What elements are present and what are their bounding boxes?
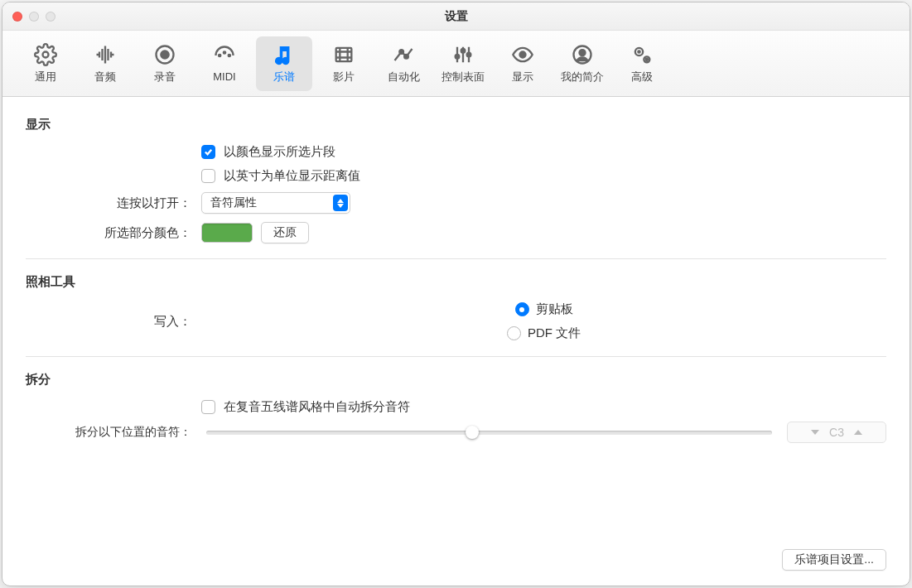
svg-point-16 — [638, 51, 639, 52]
tab-label: 乐谱 — [273, 70, 295, 84]
preferences-window: 设置 通用 音频 录音 MIDI — [2, 2, 910, 586]
tab-label: 高级 — [631, 70, 653, 84]
checkbox-show-distance-inches[interactable]: 以英寸为单位显示距离值 — [201, 168, 886, 184]
split-slider[interactable] — [206, 431, 772, 435]
score-project-settings-button[interactable]: 乐谱项目设置... — [782, 549, 886, 571]
chevron-updown-icon — [333, 195, 348, 211]
slider-thumb[interactable] — [466, 426, 479, 439]
checkbox-label: 以英寸为单位显示距离值 — [224, 168, 360, 184]
svg-point-9 — [456, 55, 460, 59]
section-title-split: 拆分 — [26, 372, 886, 388]
music-notes-icon — [273, 43, 296, 66]
tab-label: 显示 — [512, 70, 533, 84]
svg-point-18 — [646, 58, 648, 60]
radio-pdf[interactable]: PDF 文件 — [507, 325, 581, 341]
chevron-down-icon — [811, 430, 819, 435]
checkbox-box — [201, 400, 215, 414]
tab-control-surfaces[interactable]: 控制表面 — [435, 36, 491, 91]
split-value-stepper[interactable]: C3 — [787, 422, 886, 443]
tab-label: 影片 — [333, 70, 355, 84]
svg-point-3 — [219, 55, 220, 56]
gear-icon — [34, 43, 57, 66]
radio-label: 剪贴板 — [536, 301, 573, 317]
tab-movie[interactable]: 影片 — [316, 36, 372, 91]
window-title: 设置 — [2, 9, 910, 24]
gears-icon — [630, 43, 654, 66]
checkbox-auto-split[interactable]: 在复音五线谱风格中自动拆分音符 — [201, 399, 886, 415]
tab-myinfo[interactable]: 我的简介 — [554, 36, 610, 91]
doubleclick-popup[interactable]: 音符属性 — [201, 192, 350, 214]
svg-point-11 — [467, 52, 471, 56]
tab-general[interactable]: 通用 — [17, 36, 74, 91]
titlebar: 设置 — [2, 2, 910, 31]
svg-point-0 — [43, 51, 49, 57]
svg-point-14 — [580, 50, 586, 55]
checkbox-label: 以颜色显示所选片段 — [224, 144, 335, 160]
waveform-icon — [94, 43, 117, 66]
svg-point-8 — [404, 55, 408, 59]
content-area: 显示 以颜色显示所选片段 以英寸为单位显示距离值 连按以打开： 音符属性 — [2, 97, 910, 586]
tab-display[interactable]: 显示 — [495, 36, 551, 91]
checkbox-color-selected-parts[interactable]: 以颜色显示所选片段 — [201, 144, 886, 160]
chevron-up-icon — [854, 430, 862, 435]
svg-point-10 — [461, 49, 466, 53]
midi-icon — [213, 44, 236, 67]
reset-color-button[interactable]: 还原 — [261, 222, 309, 243]
radio-clipboard[interactable]: 剪贴板 — [515, 301, 573, 317]
tab-label: MIDI — [213, 70, 235, 83]
svg-point-2 — [161, 51, 168, 58]
tab-label: 控制表面 — [442, 70, 485, 84]
tab-label: 自动化 — [388, 70, 420, 84]
svg-point-5 — [229, 55, 230, 56]
checkbox-label: 在复音五线谱风格中自动拆分音符 — [224, 399, 410, 415]
selection-color-label: 所选部分颜色： — [26, 225, 191, 241]
record-icon — [153, 43, 176, 66]
section-title-display: 显示 — [26, 117, 886, 133]
svg-point-7 — [399, 50, 403, 54]
tab-midi[interactable]: MIDI — [196, 36, 253, 91]
tab-audio[interactable]: 音频 — [77, 36, 133, 91]
tab-label: 音频 — [94, 70, 116, 84]
svg-point-12 — [520, 51, 526, 57]
radio-dot — [507, 326, 521, 340]
divider — [26, 356, 886, 357]
tab-advanced[interactable]: 高级 — [614, 36, 670, 91]
radio-dot — [515, 302, 529, 316]
divider — [26, 258, 886, 259]
automation-icon — [392, 43, 415, 66]
tab-record[interactable]: 录音 — [137, 36, 193, 91]
section-title-camera: 照相工具 — [26, 274, 886, 290]
filmstrip-icon — [332, 43, 355, 66]
svg-point-4 — [224, 51, 225, 53]
tab-label: 我的简介 — [561, 70, 604, 84]
tab-label: 通用 — [35, 70, 56, 84]
sliders-icon — [451, 43, 475, 66]
eye-icon — [511, 43, 534, 66]
tab-score[interactable]: 乐谱 — [256, 36, 312, 91]
checkbox-box — [201, 145, 215, 159]
doubleclick-label: 连按以打开： — [26, 195, 191, 211]
checkbox-box — [201, 169, 215, 183]
selection-color-swatch[interactable] — [201, 223, 253, 243]
person-circle-icon — [571, 43, 594, 66]
popup-value: 音符属性 — [210, 195, 257, 210]
svg-rect-6 — [336, 47, 352, 60]
tab-toolbar: 通用 音频 录音 MIDI 乐谱 — [2, 31, 910, 97]
stepper-value: C3 — [829, 426, 844, 439]
tab-label: 录音 — [154, 70, 176, 84]
split-below-label: 拆分以下位置的音符： — [26, 425, 191, 440]
radio-label: PDF 文件 — [528, 325, 581, 341]
write-to-label: 写入： — [26, 314, 191, 330]
tab-automation[interactable]: 自动化 — [375, 36, 432, 91]
